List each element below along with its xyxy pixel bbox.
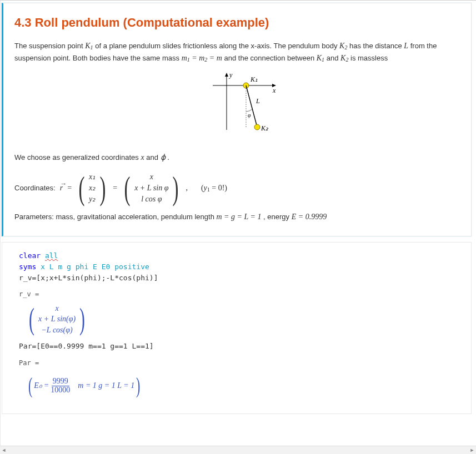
- code-cell[interactable]: clear all syms x L m g phi E E0 positive…: [2, 242, 472, 415]
- y1-note: (y1 = 0!): [201, 182, 227, 194]
- text-cell[interactable]: 4.3 Roll pendulum (Computational example…: [2, 3, 472, 236]
- svg-line-6: [246, 85, 257, 127]
- horizontal-scrollbar[interactable]: ◄ ►: [0, 446, 476, 454]
- y-axis-label: y: [229, 72, 233, 79]
- svg-point-7: [254, 124, 260, 130]
- output-var-rv: r_v =: [19, 289, 461, 300]
- code-block-2[interactable]: Par=[E0==0.9999 m==1 g==1 L==1]: [19, 341, 461, 352]
- output-matrix-rv: ( x x + L sin(φ) −L cos(φ) ): [27, 303, 461, 336]
- coord-choice: We choose as generalized coordinates x a…: [14, 152, 461, 164]
- svg-marker-1: [225, 73, 228, 77]
- code-block-1[interactable]: clear all syms x L m g phi E E0 positive…: [19, 250, 461, 284]
- phi-label: φ: [248, 112, 251, 118]
- scroll-left-arrow-icon[interactable]: ◄: [0, 446, 8, 454]
- output-var-par: Par =: [19, 358, 461, 369]
- scroll-right-arrow-icon[interactable]: ►: [468, 446, 476, 454]
- parameters-line: Parameters: mass, gravitational accelera…: [14, 211, 461, 223]
- section-title: Roll pendulum (Computational example): [35, 16, 269, 29]
- x-axis-label: x: [272, 87, 276, 94]
- document-page: 4.3 Roll pendulum (Computational example…: [0, 0, 476, 454]
- scroll-track[interactable]: [8, 446, 468, 454]
- section-heading: 4.3 Roll pendulum (Computational example…: [14, 13, 461, 32]
- mass-relation: m1 = m2 = m: [182, 54, 222, 62]
- coordinates-equation: Coordinates: →r = ( x₁ x₂ y₂ ) = ( x x +…: [14, 171, 461, 204]
- intro-paragraph: The suspension point K1 of a plane pendu…: [14, 40, 461, 65]
- section-number: 4.3: [14, 16, 32, 29]
- length-label: L: [255, 97, 260, 105]
- k2-label: K₂: [260, 124, 269, 132]
- k1-label: K₁: [250, 75, 258, 83]
- pendulum-diagram: y x K₁ K₂ L φ: [14, 72, 461, 142]
- output-row-par: ( E₀ = 9999 10000 m = 1 g = 1 L = 1 ): [27, 371, 461, 400]
